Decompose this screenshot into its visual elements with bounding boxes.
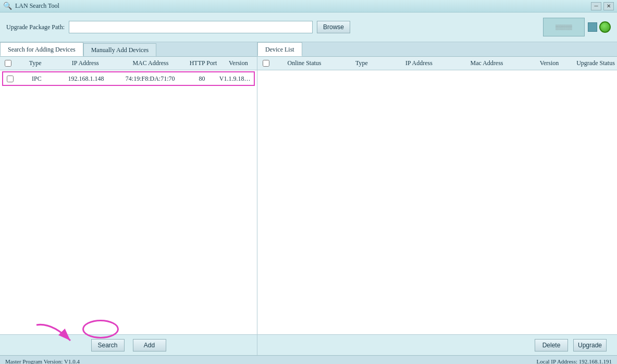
- upgrade-button[interactable]: Upgrade: [573, 339, 607, 352]
- left-tab-bar: Search for Adding Devices Manually Add D…: [0, 42, 257, 57]
- left-panel: Search for Adding Devices Manually Add D…: [0, 42, 257, 355]
- close-button[interactable]: ✕: [603, 2, 614, 10]
- left-table-body: IPC 192.168.1.148 74:19:F8:DA:71:70 80 V…: [0, 70, 257, 334]
- add-button[interactable]: Add: [133, 339, 166, 352]
- right-table-body: [257, 70, 617, 334]
- version-label: Master Program Version: V1.0.4: [5, 358, 80, 365]
- right-header-version: Version: [523, 59, 575, 67]
- camera-globe-icon: [599, 21, 611, 33]
- top-right-area: ▒▒▒▒▒: [543, 18, 611, 36]
- device-port: 80: [184, 75, 219, 83]
- title-bar: 🔍 LAN Search Tool ─ ✕: [0, 0, 617, 12]
- avatar-box: ▒▒▒▒▒: [543, 18, 585, 36]
- square-icon: [588, 22, 597, 32]
- right-tab-bar: Device List: [257, 42, 617, 57]
- local-ip-label: Local IP Address: 192.168.1.191: [537, 358, 612, 365]
- tab-search-adding[interactable]: Search for Adding Devices: [0, 42, 83, 56]
- device-type: IPC: [17, 75, 57, 83]
- right-header-mac: Mac Address: [450, 59, 523, 67]
- left-header-version: Version: [221, 59, 256, 67]
- status-bar: Master Program Version: V1.0.4 Local IP …: [0, 355, 617, 364]
- main-content: Search for Adding Devices Manually Add D…: [0, 42, 617, 355]
- right-header-upgrade-status: Upgrade Status: [575, 59, 616, 67]
- right-panel: Device List Online Status Type IP Addres…: [257, 42, 617, 355]
- left-header-port: HTTP Port: [186, 59, 220, 67]
- device-mac: 74:19:F8:DA:71:70: [116, 75, 185, 83]
- search-button[interactable]: Search: [91, 339, 125, 352]
- tab-device-list[interactable]: Device List: [257, 42, 302, 56]
- app-title: LAN Search Tool: [15, 2, 59, 10]
- right-bottom-bar: Delete Upgrade: [257, 334, 617, 355]
- upgrade-path-label: Upgrade Package Path:: [6, 23, 65, 31]
- row-checkbox-area: [3, 76, 17, 82]
- top-bar: Upgrade Package Path: Browse ▒▒▒▒▒: [0, 12, 617, 42]
- left-header-mac: MAC Address: [116, 59, 186, 67]
- right-header-ip: IP Address: [388, 59, 450, 67]
- tab-manually-add[interactable]: Manually Add Devices: [83, 43, 157, 56]
- upgrade-path-area: Upgrade Package Path: Browse: [6, 21, 350, 33]
- right-header-type: Type: [336, 59, 388, 67]
- device-ip: 192.168.1.148: [56, 75, 116, 83]
- minimize-button[interactable]: ─: [591, 2, 601, 10]
- row-checkbox[interactable]: [7, 76, 14, 82]
- right-header-online-status: Online Status: [273, 59, 336, 67]
- device-version: V1.1.9.18E2...: [219, 75, 254, 83]
- left-table-header: Type IP Address MAC Address HTTP Port Ve…: [0, 57, 257, 70]
- right-table-header: Online Status Type IP Address Mac Addres…: [257, 57, 617, 70]
- camera-icon-area: [588, 21, 611, 33]
- left-header-ip: IP Address: [55, 59, 115, 67]
- upgrade-path-input[interactable]: [69, 21, 313, 33]
- left-select-all-checkbox[interactable]: [5, 60, 11, 67]
- browse-button[interactable]: Browse: [317, 21, 350, 33]
- delete-button[interactable]: Delete: [535, 339, 568, 352]
- window-controls: ─ ✕: [591, 2, 614, 10]
- app-icon: 🔍: [3, 2, 12, 10]
- table-row[interactable]: IPC 192.168.1.148 74:19:F8:DA:71:70 80 V…: [2, 71, 255, 86]
- left-bottom-bar: Search Add: [0, 334, 257, 355]
- right-header-check: [258, 60, 273, 67]
- left-header-check: [1, 57, 15, 70]
- right-select-all-checkbox[interactable]: [263, 60, 269, 67]
- left-header-type: Type: [15, 59, 55, 67]
